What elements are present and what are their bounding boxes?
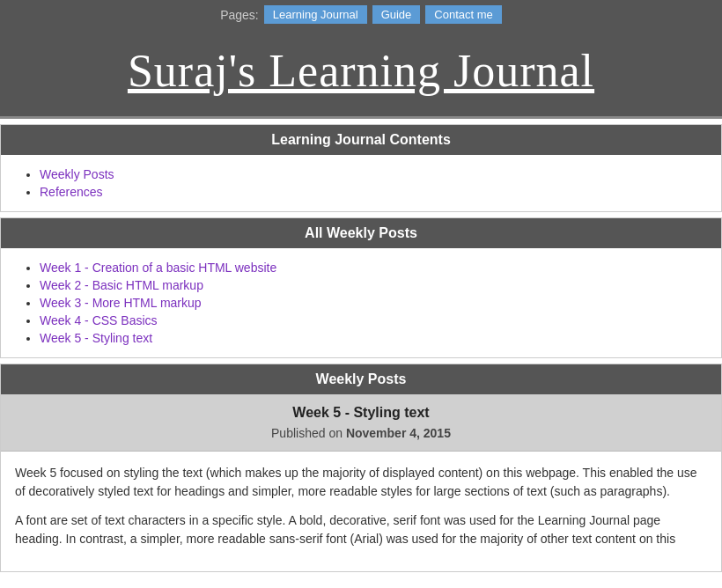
contents-list: Weekly Posts References — [18, 167, 704, 199]
contents-weekly-posts-link[interactable]: Weekly Posts — [40, 167, 114, 181]
weekly-posts-subheader: Week 5 - Styling text Published on Novem… — [1, 394, 721, 452]
week1-link[interactable]: Week 1 - Creation of a basic HTML websit… — [40, 261, 276, 275]
nav-contact-button[interactable]: Contact me — [425, 5, 501, 24]
all-posts-heading: All Weekly Posts — [1, 218, 721, 248]
list-item: Week 5 - Styling text — [40, 331, 704, 345]
weekly-posts-body: Week 5 focused on styling the text (whic… — [1, 452, 721, 571]
top-nav-bar: Pages: Learning Journal Guide Contact me — [0, 0, 722, 29]
contents-section-heading: Learning Journal Contents — [1, 125, 721, 155]
contents-section: Learning Journal Contents Weekly Posts R… — [0, 124, 722, 212]
list-item: Week 4 - CSS Basics — [40, 313, 704, 327]
post-title: Week 5 - Styling text — [10, 405, 712, 421]
site-header: Suraj's Learning Journal — [0, 29, 722, 119]
contents-section-body: Weekly Posts References — [1, 155, 721, 211]
nav-learning-journal-button[interactable]: Learning Journal — [264, 5, 367, 24]
post-paragraph-1: Week 5 focused on styling the text (whic… — [15, 464, 707, 501]
published-label: Published on — [271, 426, 343, 440]
week4-link[interactable]: Week 4 - CSS Basics — [40, 313, 158, 327]
weekly-posts-heading: Weekly Posts — [1, 364, 721, 394]
week5-link[interactable]: Week 5 - Styling text — [40, 331, 152, 345]
all-posts-body: Week 1 - Creation of a basic HTML websit… — [1, 248, 721, 357]
week3-link[interactable]: Week 3 - More HTML markup — [40, 296, 202, 310]
list-item: Week 1 - Creation of a basic HTML websit… — [40, 261, 704, 275]
all-posts-section: All Weekly Posts Week 1 - Creation of a … — [0, 217, 722, 358]
post-paragraph-2: A font are set of text characters in a s… — [15, 511, 707, 548]
list-item: References — [40, 185, 704, 199]
list-item: Week 3 - More HTML markup — [40, 296, 704, 310]
pages-label: Pages: — [220, 8, 259, 22]
site-title: Suraj's Learning Journal — [9, 45, 713, 97]
all-posts-list: Week 1 - Creation of a basic HTML websit… — [18, 261, 704, 345]
published-date: November 4, 2015 — [346, 426, 451, 440]
published-line: Published on November 4, 2015 — [10, 426, 712, 440]
list-item: Weekly Posts — [40, 167, 704, 181]
list-item: Week 2 - Basic HTML markup — [40, 278, 704, 292]
week2-link[interactable]: Week 2 - Basic HTML markup — [40, 278, 203, 292]
nav-guide-button[interactable]: Guide — [372, 5, 421, 24]
contents-references-link[interactable]: References — [40, 185, 103, 199]
weekly-posts-section: Weekly Posts Week 5 - Styling text Publi… — [0, 364, 722, 572]
